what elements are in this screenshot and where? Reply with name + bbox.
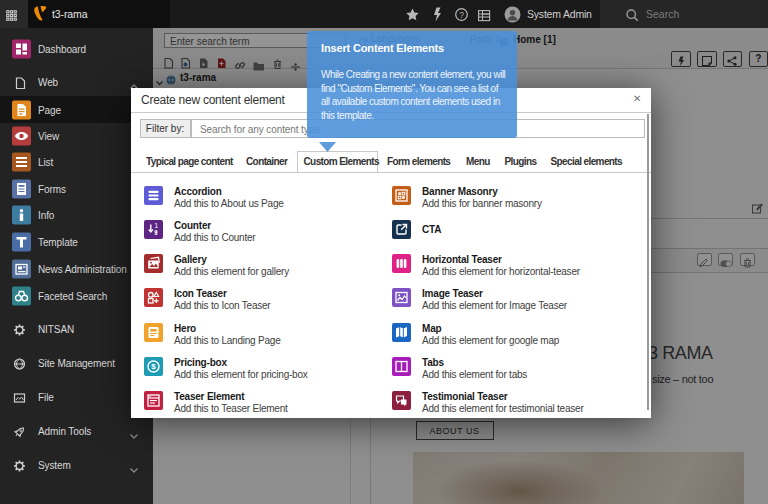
svg-text:9: 9	[154, 229, 158, 236]
svg-text:1: 1	[155, 222, 159, 229]
svg-text:?: ?	[459, 10, 464, 20]
svg-text:$: $	[151, 362, 156, 371]
